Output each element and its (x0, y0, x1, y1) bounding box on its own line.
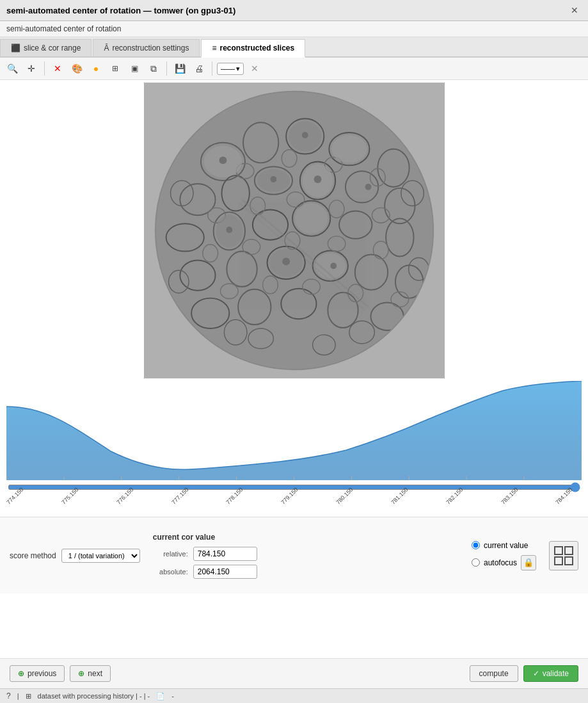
grid-layout-button[interactable] (549, 541, 578, 570)
svg-rect-93 (565, 557, 573, 565)
svg-point-60 (219, 157, 226, 165)
main-content: 774.150 775.150 776.150 777.150 778.150 … (0, 80, 588, 658)
subtitle-label: semi-automated center of rotation (6, 24, 121, 33)
svg-point-66 (365, 184, 371, 190)
toolbar-separator-3 (212, 61, 212, 76)
dataset-icon: ⊞ (26, 692, 31, 700)
score-method-select[interactable]: 1 / (total variation) other method (61, 549, 140, 563)
radio-autofocus-input[interactable] (472, 558, 480, 567)
window-title: semi-automated center of rotation — tomw… (6, 6, 235, 15)
toolbar-separator-2 (166, 61, 167, 76)
svg-point-64 (226, 227, 232, 233)
zoom-button[interactable]: 🔍 (4, 60, 20, 77)
nav-buttons: ⊕ previous ⊕ next (10, 665, 111, 682)
score-method-label: score method (10, 551, 56, 560)
axes-button[interactable]: ⊞ (107, 60, 123, 77)
cor-absolute-row: absolute: (153, 565, 459, 579)
action-buttons: compute ✓ validate (470, 665, 578, 682)
status-bar: ? | ⊞ dataset with processing history | … (0, 688, 588, 703)
tomo-wrapper (144, 83, 445, 378)
chart-container (6, 381, 582, 482)
file-icon: 📄 (156, 692, 165, 700)
line-style-icon: —— (221, 65, 235, 72)
compute-button[interactable]: compute (470, 665, 518, 682)
image-area (0, 80, 588, 381)
close-plot-button[interactable]: ✕ (246, 60, 263, 77)
svg-point-61 (301, 132, 308, 138)
bottom-bar: ⊕ previous ⊕ next compute ✓ validate (0, 658, 588, 688)
score-method-section: score method 1 / (total variation) other… (10, 549, 140, 563)
help-icon[interactable]: ? (6, 691, 11, 700)
svg-rect-92 (555, 557, 562, 565)
cor-relative-input[interactable] (193, 547, 257, 561)
mask-button[interactable]: ▣ (126, 60, 143, 77)
reset-button[interactable]: ✕ (49, 60, 66, 77)
cor-relative-label: relative: (153, 550, 188, 558)
svg-point-63 (314, 175, 321, 183)
tab-slice-cor-range[interactable]: ⬛ slice & cor range (0, 39, 91, 56)
compute-label: compute (479, 669, 509, 678)
previous-icon: ⊕ (18, 669, 24, 678)
status-separator: | (17, 692, 19, 700)
pan-button[interactable]: ✛ (23, 60, 40, 77)
colormap-button[interactable]: 🎨 (68, 60, 85, 77)
tab-reconstructed-slices-icon: ≡ (212, 44, 216, 53)
chart-svg (6, 381, 582, 480)
tab-reconstruction-settings[interactable]: Ā reconstruction settings (93, 39, 200, 56)
radio-section: current value autofocus 🔒 (472, 541, 536, 570)
radio-autofocus[interactable]: autofocus (472, 558, 517, 567)
svg-point-57 (294, 204, 327, 234)
next-icon: ⊕ (78, 669, 84, 678)
tab-slice-cor-range-icon: ⬛ (11, 44, 20, 53)
cor-title: current cor value (153, 533, 459, 542)
tab-reconstructed-slices[interactable]: ≡ reconstructed slices (201, 39, 305, 58)
validate-icon: ✓ (533, 669, 539, 678)
cor-absolute-input[interactable] (193, 565, 257, 579)
tomo-image (147, 84, 441, 377)
copy-button[interactable]: ⧉ (145, 60, 162, 77)
print-button[interactable]: 🖨 (191, 60, 207, 77)
svg-point-65 (282, 257, 290, 265)
line-style-arrow: ▾ (236, 65, 240, 73)
svg-rect-91 (565, 547, 573, 554)
radio-current-value-label: current value (484, 541, 528, 550)
circle-button[interactable]: ● (88, 60, 104, 77)
svg-rect-90 (555, 547, 562, 554)
close-button[interactable]: ✕ (568, 4, 582, 17)
toolbar-separator-1 (44, 61, 45, 76)
previous-label: previous (28, 669, 56, 678)
save-button[interactable]: 💾 (171, 60, 188, 77)
svg-point-67 (330, 263, 337, 269)
next-label: next (88, 669, 102, 678)
validate-label: validate (543, 669, 569, 678)
radio-current-value-input[interactable] (472, 541, 480, 549)
tab-reconstructed-slices-label: reconstructed slices (219, 44, 294, 53)
next-button[interactable]: ⊕ next (70, 665, 111, 682)
cor-value-section: current cor value relative: absolute: (153, 533, 459, 579)
tab-reconstruction-settings-label: reconstruction settings (112, 44, 189, 53)
status-dash: - (171, 692, 174, 700)
subtitle-bar: semi-automated center of rotation (0, 21, 588, 37)
title-bar: semi-automated center of rotation — tomw… (0, 0, 588, 21)
svg-point-62 (270, 176, 276, 182)
grid-icon (553, 545, 574, 566)
toolbar: 🔍 ✛ ✕ 🎨 ● ⊞ ▣ ⧉ 💾 🖨 —— ▾ ✕ (0, 58, 588, 80)
cor-relative-row: relative: (153, 547, 459, 561)
controls-area: score method 1 / (total variation) other… (0, 517, 588, 594)
svg-point-53 (331, 135, 367, 163)
tab-reconstruction-settings-icon: Ā (104, 44, 109, 53)
dataset-label: dataset with processing history | - | - (38, 692, 150, 700)
lock-button[interactable]: 🔒 (521, 555, 536, 570)
tab-slice-cor-range-label: slice & cor range (24, 44, 81, 53)
cor-absolute-label: absolute: (153, 568, 188, 576)
chart-labels-row: 774.150 775.150 776.150 777.150 778.150 … (6, 497, 582, 517)
previous-button[interactable]: ⊕ previous (10, 665, 65, 682)
validate-button[interactable]: ✓ validate (523, 665, 578, 682)
radio-current-value[interactable]: current value (472, 541, 536, 550)
radio-autofocus-label: autofocus (484, 558, 517, 567)
line-style-button[interactable]: —— ▾ (217, 63, 244, 75)
chart-area: 774.150 775.150 776.150 777.150 778.150 … (0, 381, 588, 517)
tabs-bar: ⬛ slice & cor range Ā reconstruction set… (0, 37, 588, 58)
